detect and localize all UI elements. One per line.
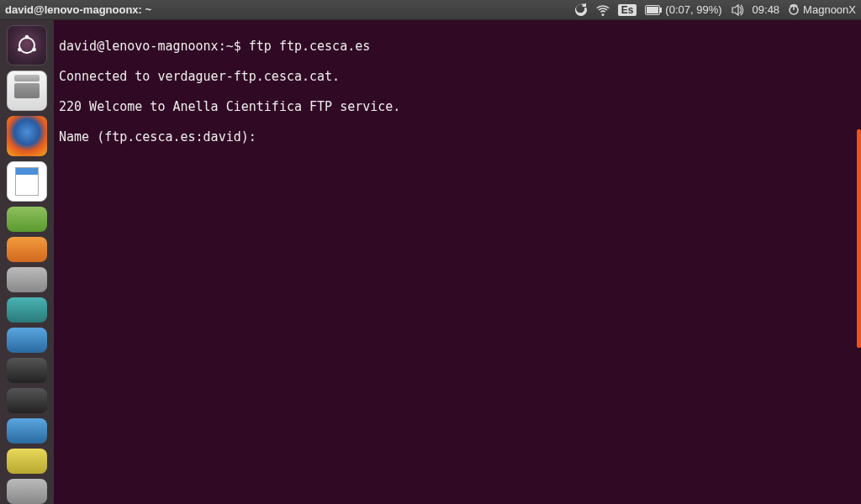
window-title: david@lenovo-magnoonx: ~ [5, 3, 151, 16]
svg-point-6 [32, 48, 36, 52]
terminal[interactable]: david@lenovo-magnoonx:~$ ftp ftp.cesca.e… [54, 20, 861, 504]
launcher [0, 20, 54, 504]
terminal-line: Name (ftp.cesca.es:david): [59, 129, 856, 144]
wifi-icon[interactable] [596, 3, 610, 17]
terminal-line: 220 Welcome to Anella Cientifica FTP ser… [59, 99, 856, 114]
launcher-app-icon[interactable] [7, 479, 47, 504]
launcher-app-icon[interactable] [7, 237, 47, 262]
launcher-app-icon[interactable] [7, 267, 47, 292]
sync-icon[interactable] [574, 3, 588, 17]
libreoffice-writer-icon[interactable] [7, 161, 47, 202]
session-menu[interactable]: MagnoonX [788, 3, 856, 16]
files-icon[interactable] [7, 71, 47, 111]
launcher-app-icon[interactable] [7, 449, 47, 474]
svg-point-7 [18, 48, 22, 52]
volume-icon[interactable] [731, 3, 744, 17]
svg-point-5 [25, 35, 29, 39]
keyboard-layout-indicator[interactable]: Es [618, 4, 637, 16]
scrollbar[interactable] [857, 129, 861, 348]
top-panel: david@lenovo-magnoonx: ~ Es (0:07, 99%) … [0, 0, 861, 20]
launcher-app-icon[interactable] [7, 388, 47, 413]
terminal-line: Connected to verdaguer-ftp.cesca.cat. [59, 69, 856, 84]
battery-indicator[interactable]: (0:07, 99%) [645, 3, 721, 16]
dash-icon[interactable] [7, 25, 47, 66]
svg-rect-1 [647, 7, 658, 13]
launcher-app-icon[interactable] [7, 418, 47, 444]
svg-rect-2 [660, 8, 662, 13]
firefox-icon[interactable] [7, 116, 47, 156]
clock[interactable]: 09:48 [753, 3, 780, 16]
battery-text: (0:07, 99%) [665, 3, 721, 16]
svg-point-4 [19, 38, 34, 53]
libreoffice-calc-icon[interactable] [7, 207, 47, 232]
launcher-app-icon[interactable] [7, 358, 47, 383]
launcher-app-icon[interactable] [7, 297, 47, 323]
launcher-app-icon[interactable] [7, 328, 47, 353]
terminal-line: david@lenovo-magnoonx:~$ ftp ftp.cesca.e… [59, 39, 856, 54]
